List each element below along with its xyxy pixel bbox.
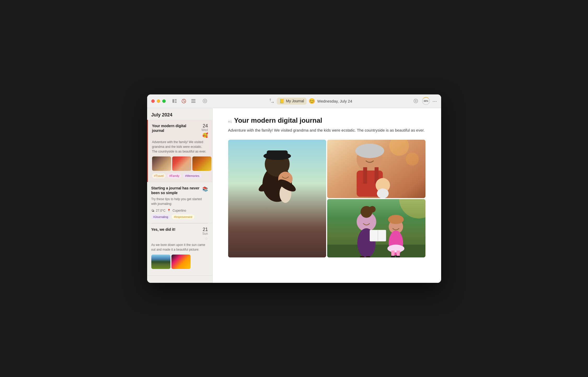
maximize-button[interactable] [162,99,166,103]
entry-date-3: 21 Sun ☆ [202,227,208,241]
add-entry-button[interactable] [201,97,209,105]
entry-card-1[interactable]: Your modern digital journal 24 Wed 🥰 Adv… [147,120,212,182]
entry-photo-3a [151,255,170,269]
svg-rect-9 [191,102,195,103]
detail-photo-grid [228,140,425,257]
detail-text: Adventure with the family! We visited gr… [228,127,425,134]
journal-label: My Journal [286,99,304,103]
tag-journaling[interactable]: #Journaling [151,215,170,219]
svg-point-40 [369,206,376,213]
svg-point-27 [406,153,419,166]
entry-emoji-3: ☆ [202,236,208,241]
svg-rect-52 [391,251,395,256]
detail-photo-kids [327,199,425,257]
svg-rect-8 [191,101,195,102]
sidebar: July 2024 Your modern digital journal 24… [147,108,212,283]
detail-title: Your modern digital journal [234,116,322,125]
main-content: July 2024 Your modern digital journal 24… [147,108,441,283]
svg-point-47 [388,215,404,224]
entry-emoji-1: 🥰 [201,132,208,138]
detail-photo-dad [228,140,326,257]
entry-day-3: 21 [202,227,208,232]
entry-title-2: Starting a journal has never been so sim… [151,186,200,195]
sidebar-controls [171,97,197,105]
month-label: July 2024 [147,108,212,120]
svg-rect-45 [378,230,378,241]
entry-title-1: Your modern digital journal [152,123,200,133]
entry-title-3: Yes, we did it! [151,227,200,232]
entry-text-3: As we bore down upon it the sun came out… [151,243,208,252]
location: Cupertino [172,209,186,212]
svg-rect-1 [175,99,177,100]
more-options-button[interactable]: ··· [433,98,437,104]
entry-card-3[interactable]: Yes, we did it! 21 Sun ☆ As we bore down… [147,223,212,275]
progress-label: 36% [424,100,428,102]
tag-memories[interactable]: #Memories [183,173,201,178]
svg-rect-0 [172,99,174,103]
weather-icon: 🌤 [151,209,154,212]
entry-date-1: 24 Wed 🥰 [201,123,208,138]
list-view-button[interactable] [190,97,197,105]
entry-tags-2: #Journaling #Improvement [151,215,208,219]
entry-text-2: Try these tips to help you get started w… [151,197,208,206]
entry-tags-1: #Travel #Family #Memories [152,173,208,178]
entry-photo-3b [171,255,191,269]
history-button[interactable] [180,97,188,105]
entry-weekday-1: Wed [201,128,208,132]
entry-photos-1 [152,156,208,171]
entry-photo-1a [152,156,171,171]
svg-rect-42 [360,256,365,257]
entry-day-1: 24 [201,123,208,128]
sidebar-toggle-button[interactable] [171,97,178,105]
entry-weather-2: 🌤 27.0°C 📍 Cupertino [151,209,208,212]
svg-rect-2 [175,101,177,102]
svg-line-6 [184,101,185,102]
temperature: 27.0°C [156,209,166,212]
tag-family[interactable]: #Family [167,173,182,178]
entry-emoji-2: 📚 [202,186,208,192]
svg-point-34 [377,189,389,198]
progress-indicator: 36% [422,97,430,105]
mood-emoji: 😊 [309,98,315,104]
traffic-lights [151,99,166,103]
close-button[interactable] [151,99,155,103]
entries-list: Your modern digital journal 24 Wed 🥰 Adv… [147,120,212,283]
entry-header-2: Starting a journal has never been so sim… [151,186,208,195]
add-button-right[interactable] [412,97,419,105]
location-icon: 📍 [167,209,171,212]
journal-emoji: 📒 [279,99,285,104]
entry-text-1: Adventure with the family! We visited gr… [152,140,208,154]
detail-panel: H1 Your modern digital journal Adventure… [212,108,441,283]
svg-rect-31 [363,167,367,184]
titlebar: ↖↗ 📒 My Journal 😊 Wednesday, July 24 36%… [147,94,441,108]
svg-rect-37 [327,245,425,258]
tag-travel[interactable]: #Travel [152,173,166,178]
expand-icon: ↖↗ [268,97,275,105]
detail-photo-grandma [327,140,425,198]
date-label: Wednesday, July 24 [317,99,352,103]
entry-header-1: Your modern digital journal 24 Wed 🥰 [152,123,208,138]
svg-point-49 [387,245,404,253]
entry-photo-1b [172,156,191,171]
svg-rect-53 [396,251,400,256]
entry-date-2: 📚 [202,186,208,192]
svg-rect-43 [366,256,371,257]
entry-header-3: Yes, we did it! 21 Sun ☆ [151,227,208,241]
tag-improvement[interactable]: #Improvement [172,215,194,219]
titlebar-right: 36% ··· [412,97,437,105]
entry-weekday-3: Sun [202,232,208,235]
entry-photo-1c [192,156,211,171]
svg-point-29 [355,144,384,158]
entry-photos-3 [151,255,208,269]
entry-card-2[interactable]: Starting a journal has never been so sim… [147,182,212,223]
journal-tag[interactable]: 📒 My Journal [277,98,307,105]
svg-rect-20 [267,150,287,157]
h1-label: H1 [228,120,232,123]
app-window: ↖↗ 📒 My Journal 😊 Wednesday, July 24 36%… [147,94,441,283]
svg-rect-3 [175,102,177,103]
svg-rect-7 [191,99,195,100]
titlebar-center: ↖↗ 📒 My Journal 😊 Wednesday, July 24 [212,98,409,105]
minimize-button[interactable] [157,99,160,103]
